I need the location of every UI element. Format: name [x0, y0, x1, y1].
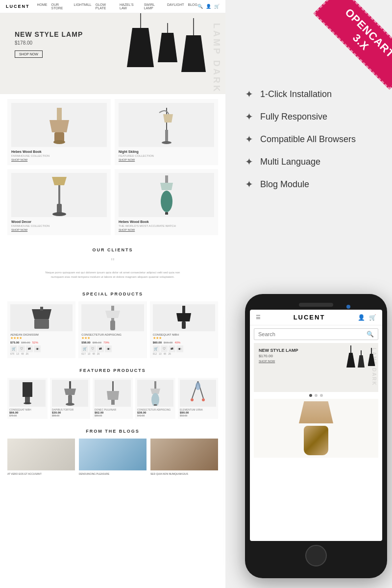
special-price: $58.00 $85.00 79% — [81, 341, 144, 344]
phone-search-bar[interactable]: 🔍 — [254, 328, 378, 340]
svg-point-11 — [52, 212, 66, 216]
hero-shop-now-button[interactable]: SHOP NOW — [15, 50, 43, 58]
lamp-1 — [127, 13, 154, 67]
svg-rect-24 — [182, 321, 186, 329]
feature-item: ✦ Blog Module — [245, 178, 377, 190]
svg-rect-37 — [154, 404, 157, 406]
svg-rect-34 — [154, 381, 156, 389]
product-link[interactable]: SHOP NOW — [11, 158, 107, 161]
wishlist-button[interactable]: ♡ — [18, 345, 25, 352]
phone-outer: ☰ LUCENT 👤 🛒 🔍 NEW STYLE LAMP — [245, 294, 387, 578]
special-stats: 617134826 — [81, 352, 144, 355]
check-icon: ✦ — [245, 178, 253, 190]
lamp-3 — [181, 18, 206, 72]
phone-home-button[interactable] — [305, 545, 327, 566]
phone-screen: ☰ LUCENT 👤 🛒 🔍 NEW STYLE LAMP — [250, 310, 382, 541]
featured-card: DAPIBUS TORTOR $30.00 $55.00 — [50, 378, 90, 419]
product-link[interactable]: SHOP NOW — [119, 228, 214, 231]
blog-card: AT VERO EOS ET ACCUSANT — [7, 439, 75, 475]
cart-button[interactable]: 🛒 — [10, 345, 17, 352]
svg-rect-0 — [57, 108, 62, 120]
right-panel: OPENCART 3.X ✦ 1-Click Installation ✦ Fu… — [225, 0, 392, 588]
phone-navbar: ☰ LUCENT 👤 🛒 — [250, 310, 382, 325]
hero-price: $178.00 — [15, 40, 83, 46]
svg-marker-20 — [105, 311, 120, 318]
featured-image — [95, 380, 131, 407]
special-price: $75.00 $89.00 52% — [10, 341, 73, 344]
check-icon: ✦ — [245, 88, 253, 100]
blog-image — [150, 439, 218, 470]
special-actions: 🛒 ♡ ⇄ 👁 — [10, 345, 73, 352]
view-button[interactable]: 👁 — [34, 345, 41, 352]
feature-label: Blog Module — [260, 179, 309, 190]
hero-content: NEW STYLE LAMP $178.00 SHOP NOW — [15, 30, 83, 58]
svg-rect-32 — [112, 381, 114, 391]
hero-section: NEW STYLE LAMP $178.00 SHOP NOW — [0, 13, 225, 94]
featured-image — [137, 380, 173, 407]
compare-button[interactable]: ⇄ — [97, 345, 104, 352]
search-icon: 🔍 — [197, 4, 203, 9]
view-button[interactable]: 👁 — [176, 345, 183, 352]
special-stats: 912134826 — [153, 352, 215, 355]
user-icon: 👤 — [206, 4, 211, 9]
svg-rect-22 — [182, 306, 185, 313]
svg-point-27 — [24, 402, 31, 404]
svg-rect-30 — [68, 395, 72, 404]
website-preview: LUCENT HOME OUR STORE LIGHTMILL GLOW PLA… — [0, 0, 225, 588]
featured-grid: CONSEQUAT NIBH $66.00 $79.00 DAPIBUS TOR… — [7, 378, 218, 419]
lamp-product — [296, 401, 336, 455]
svg-marker-9 — [52, 177, 67, 185]
check-icon: ✦ — [245, 156, 253, 168]
blog-post-title: SED QUIA NON NUMQUAM EIUS — [150, 472, 218, 475]
product-image — [119, 103, 214, 147]
special-stars: ★★★ — [153, 336, 215, 340]
phone-logo: LUCENT — [294, 314, 325, 321]
featured-old-price: $92.00 — [180, 414, 216, 417]
hero-lamps — [127, 13, 206, 72]
hero-watermark: LAMP DARK — [211, 23, 221, 94]
svg-marker-29 — [64, 389, 76, 395]
product-sub: THE WORLD'S MOST ACCURATE WATCH — [119, 224, 214, 227]
svg-point-42 — [196, 382, 200, 390]
cart-button[interactable]: 🛒 — [81, 345, 88, 352]
special-card: AENEAN DIGNISSIM ★★★★ $75.00 $89.00 52% … — [7, 301, 75, 358]
feature-label: Compatible All Browsers — [260, 134, 356, 145]
nav-items: HOME OUR STORE LIGHTMILL GLOW PLATE HAZE… — [37, 3, 198, 10]
special-title: SPECIAL PRODUCTS — [7, 292, 218, 296]
compare-button[interactable]: ⇄ — [26, 345, 33, 352]
phone-speaker — [299, 303, 333, 307]
svg-rect-25 — [23, 382, 32, 397]
special-product-image — [153, 304, 215, 331]
svg-marker-5 — [163, 114, 173, 122]
featured-image — [52, 380, 88, 407]
svg-point-7 — [162, 141, 172, 144]
featured-image — [9, 380, 46, 407]
clients-section: OUR CLIENTS " Neque porro quisquam est q… — [0, 240, 225, 287]
special-stats: 675134826 — [10, 352, 73, 355]
blog-post-title: AT VERO EOS ET ACCUSANT — [7, 472, 75, 475]
ribbon-label: OPENCART 3.X — [313, 0, 392, 90]
special-product-image — [10, 304, 73, 331]
product-link[interactable]: SHOP NOW — [11, 228, 107, 231]
dot-3 — [320, 394, 323, 397]
phone-search-input[interactable] — [258, 331, 367, 337]
feature-item: ✦ Compatible All Browsers — [245, 133, 377, 145]
cart-button[interactable]: 🛒 — [153, 345, 160, 352]
products-grid: Hebes Wood Book FARMHOUSE COLLECTION SHO… — [7, 99, 218, 235]
svg-rect-33 — [111, 400, 115, 405]
compare-button[interactable]: ⇄ — [169, 345, 175, 352]
carousel-dots — [250, 394, 382, 397]
cart-icon: 🛒 — [214, 4, 220, 9]
wishlist-button[interactable]: ♡ — [161, 345, 168, 352]
check-icon: ✦ — [245, 133, 253, 145]
special-products-section: SPECIAL PRODUCTS AENEAN DIGNISSIM ★★★★ $… — [0, 287, 225, 363]
phone-mockup: ☰ LUCENT 👤 🛒 🔍 NEW STYLE LAMP — [245, 294, 387, 578]
phone-user-icon: 👤 — [358, 314, 365, 321]
product-link[interactable]: SHOP NOW — [119, 158, 214, 161]
product-name: Wood Decor — [11, 220, 107, 223]
view-button[interactable]: 👁 — [105, 345, 112, 352]
product-card: Night Skiing FEATURED COLLECTION SHOP NO… — [115, 99, 218, 165]
wishlist-button[interactable]: ♡ — [89, 345, 96, 352]
clients-title: OUR CLIENTS — [7, 247, 218, 252]
blog-card: SED QUIA NON NUMQUAM EIUS — [150, 439, 218, 475]
